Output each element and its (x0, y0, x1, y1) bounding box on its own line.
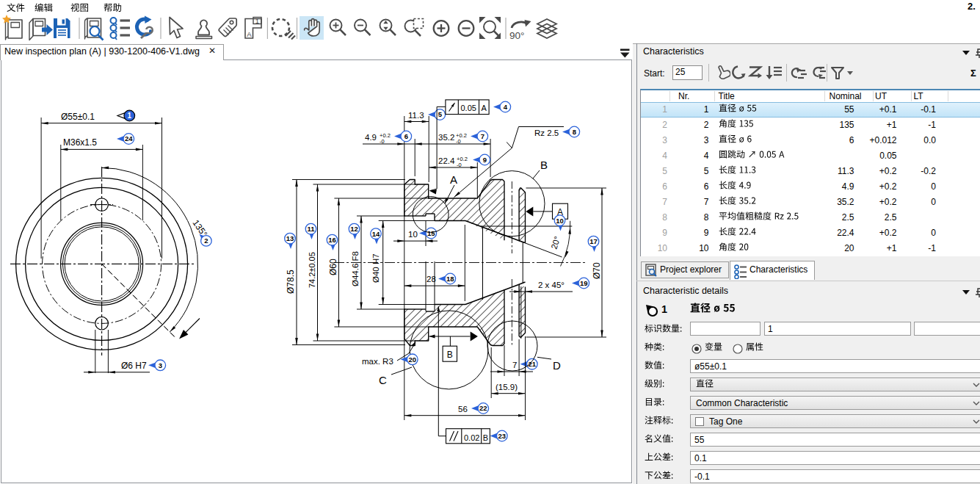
svg-text:B: B (483, 433, 488, 442)
svg-text:6: 6 (404, 132, 408, 140)
svg-text:15: 15 (427, 229, 435, 237)
svg-text:C: C (379, 374, 387, 386)
svg-text:Rz 2.5: Rz 2.5 (534, 129, 559, 137)
svg-text:3: 3 (159, 361, 162, 369)
svg-text:11.3: 11.3 (408, 111, 424, 120)
svg-text:M36x1.5: M36x1.5 (63, 137, 97, 148)
svg-text:A: A (247, 30, 252, 38)
svg-text:74.2±0.05: 74.2±0.05 (308, 252, 316, 288)
svg-text:1: 1 (255, 17, 259, 25)
svg-text:2: 2 (204, 236, 208, 245)
svg-text:A: A (450, 173, 457, 186)
svg-text:-0: -0 (456, 138, 461, 145)
svg-text:0.02: 0.02 (464, 433, 479, 442)
svg-text:A: A (482, 104, 487, 112)
svg-text:-0: -0 (380, 138, 385, 145)
svg-text:4.9: 4.9 (365, 133, 377, 142)
svg-text:10: 10 (556, 217, 564, 225)
svg-text:19: 19 (580, 279, 588, 287)
svg-text:Ø40 H7: Ø40 H7 (371, 253, 380, 283)
svg-text:B: B (540, 159, 548, 171)
svg-text:17: 17 (589, 237, 598, 245)
svg-text:18: 18 (446, 275, 454, 283)
svg-text:20: 20 (409, 355, 417, 364)
svg-text:7: 7 (481, 132, 484, 140)
svg-text:1: 1 (128, 112, 132, 120)
svg-text:16: 16 (328, 236, 336, 244)
svg-text:35.2: 35.2 (438, 133, 454, 142)
svg-text:20°: 20° (549, 235, 562, 250)
svg-text:Ø60: Ø60 (328, 259, 338, 275)
svg-text:22.4: 22.4 (438, 156, 455, 165)
svg-text:10: 10 (408, 230, 418, 239)
svg-text:7: 7 (512, 361, 517, 369)
svg-text:8: 8 (573, 128, 576, 136)
svg-text:Ø70: Ø70 (592, 262, 602, 279)
svg-text:11: 11 (307, 225, 315, 233)
svg-text:13: 13 (286, 234, 294, 242)
svg-text:(15.9): (15.9) (496, 383, 518, 391)
svg-text:12: 12 (350, 225, 358, 233)
svg-text:-0: -0 (457, 162, 462, 168)
svg-text:Ø44.6 F8: Ø44.6 F8 (351, 251, 360, 286)
svg-text:23: 23 (498, 432, 507, 440)
svg-text:24: 24 (125, 134, 133, 142)
svg-text:max. R3: max. R3 (362, 357, 393, 366)
svg-text:D: D (553, 359, 561, 372)
svg-text:2 x 45°: 2 x 45° (538, 281, 565, 289)
svg-text:9: 9 (483, 156, 487, 164)
svg-text:0.05: 0.05 (461, 104, 476, 112)
svg-text:22: 22 (479, 404, 487, 412)
svg-text:56: 56 (458, 405, 468, 413)
svg-text:4: 4 (504, 103, 508, 111)
svg-text:28: 28 (427, 275, 436, 283)
svg-text:90°: 90° (509, 30, 524, 41)
svg-text:B: B (447, 350, 453, 360)
svg-text:Ø6 H7: Ø6 H7 (121, 361, 147, 371)
svg-text:5: 5 (438, 110, 443, 118)
svg-text:Ø78.5: Ø78.5 (286, 270, 296, 294)
svg-text:14: 14 (372, 230, 380, 238)
svg-text:Ø55±0.1: Ø55±0.1 (61, 112, 95, 122)
